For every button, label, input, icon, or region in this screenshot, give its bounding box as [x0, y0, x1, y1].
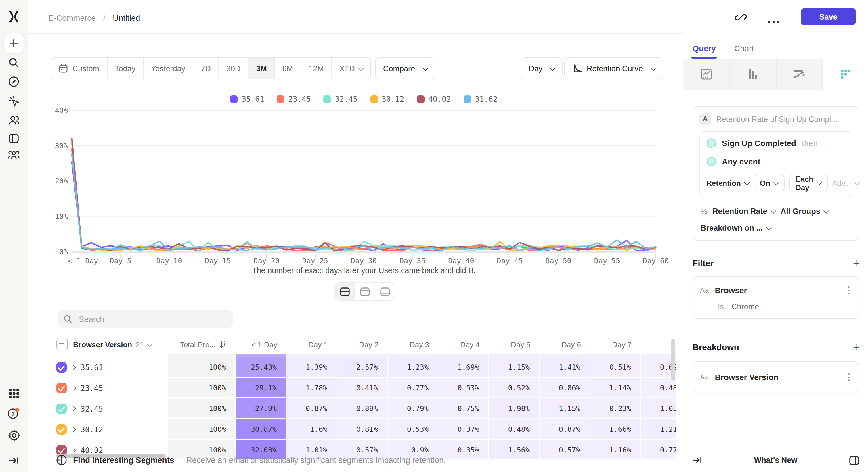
whats-new-link[interactable]: What's New — [702, 456, 849, 465]
expand-row-icon[interactable] — [71, 427, 76, 432]
panel-tab-query[interactable]: Query — [692, 44, 716, 59]
select-all-checkbox[interactable] — [56, 339, 68, 350]
panel-layout-icon[interactable] — [849, 456, 859, 465]
sort-icon[interactable] — [219, 340, 227, 349]
breakdown-card[interactable]: Aa Browser Version — [692, 361, 859, 393]
measure-dropdown[interactable]: Retention Rate — [712, 207, 775, 215]
save-button[interactable]: Save — [801, 8, 856, 25]
report-funnels-button[interactable] — [730, 59, 777, 90]
filter-card[interactable]: Aa Browser Is Chrome — [692, 276, 859, 319]
first-event-row[interactable]: Sign Up Completed then — [706, 138, 845, 148]
row-checkbox[interactable] — [56, 424, 67, 435]
group-column-header[interactable]: Browser Version 21 — [53, 335, 168, 354]
expand-row-icon[interactable] — [71, 365, 76, 370]
users-icon[interactable] — [7, 113, 21, 127]
breakdown-on-dropdown[interactable]: Breakdown on ... — [701, 224, 771, 232]
filter-property[interactable]: Browser — [715, 286, 840, 295]
day-column-header[interactable]: Day 4 — [438, 335, 489, 354]
collapse-panel-icon[interactable] — [692, 456, 702, 465]
filter-kebab-icon[interactable] — [845, 284, 852, 297]
day-column-header[interactable]: Day 5 — [489, 335, 539, 354]
search-icon[interactable] — [7, 56, 21, 70]
range-button-yesterday[interactable]: Yesterday — [144, 58, 193, 79]
table-row-30.12[interactable]: 30.12100%30.87%1.6%0.81%0.53%0.37%0.48%0… — [53, 419, 677, 440]
row-checkbox[interactable] — [56, 383, 67, 393]
more-options-icon[interactable] — [767, 15, 780, 26]
search-input[interactable] — [78, 314, 218, 324]
groups-dropdown[interactable]: All Groups — [781, 207, 828, 215]
help-icon[interactable]: ? — [7, 406, 21, 420]
row-name-cell[interactable]: 23.45 — [53, 378, 168, 398]
report-insights-button[interactable] — [683, 59, 730, 90]
row-name-cell[interactable]: 35.61 — [53, 357, 168, 378]
add-breakdown-button[interactable]: + — [853, 343, 859, 351]
cohorts-group-icon[interactable] — [7, 148, 21, 162]
compare-button[interactable]: Compare — [375, 58, 435, 79]
table-search[interactable] — [58, 310, 233, 328]
day-column-header[interactable]: Day 6 — [539, 335, 590, 354]
apps-grid-icon[interactable] — [7, 386, 21, 400]
report-title[interactable]: Untitled — [113, 13, 140, 23]
layout-chart-top-button[interactable] — [355, 283, 375, 300]
filter-operator[interactable]: Is — [718, 302, 724, 311]
range-button-custom[interactable]: Custom — [51, 58, 107, 79]
expand-row-icon[interactable] — [71, 448, 76, 453]
panel-tab-chart[interactable]: Chart — [734, 44, 754, 59]
legend-item-23.45[interactable]: 23.45 — [277, 95, 311, 103]
report-flows-button[interactable] — [776, 59, 823, 90]
day-column-header[interactable]: Day 2 — [337, 335, 388, 354]
granularity-dropdown[interactable]: Day — [521, 58, 563, 79]
legend-item-31.62[interactable]: 31.62 — [464, 95, 498, 103]
advanced-dropdown[interactable]: Adv... — [832, 179, 859, 188]
find-segments-bar[interactable]: Find Interesting Segments Receive an ema… — [56, 454, 446, 466]
day-column-header[interactable]: Day 7 — [590, 335, 641, 354]
expand-sidebar-icon[interactable] — [7, 453, 21, 467]
range-button-7d[interactable]: 7D — [193, 58, 219, 79]
row-name-cell[interactable]: 30.12 — [53, 419, 168, 440]
chart-type-dropdown[interactable]: Retention Curve — [564, 58, 663, 79]
range-button-30d[interactable]: 30D — [219, 58, 249, 79]
legend-item-40.02[interactable]: 40.02 — [417, 95, 451, 103]
add-filter-button[interactable]: + — [853, 259, 859, 267]
table-row-35.61[interactable]: 35.61100%25.43%1.39%2.57%1.23%1.69%1.15%… — [53, 357, 677, 378]
total-column-header[interactable]: Total Pro... — [168, 335, 236, 354]
day-column-header[interactable]: < 1 Day — [236, 335, 286, 354]
table-row-32.45[interactable]: 32.45100%27.9%0.87%0.89%0.79%0.75%1.98%1… — [53, 398, 677, 419]
discover-compass-icon[interactable] — [7, 75, 21, 89]
mixpanel-logo-icon[interactable] — [7, 10, 21, 24]
filter-value[interactable]: Chrome — [732, 302, 759, 311]
range-button-6m[interactable]: 6M — [275, 58, 302, 79]
breadcrumb-project[interactable]: E-Commerce — [48, 13, 96, 23]
on-dropdown[interactable]: On — [753, 175, 784, 192]
range-button-3m[interactable]: 3M — [248, 58, 275, 79]
metric-title[interactable]: Retention Rate of Sign Up Compl... — [716, 115, 838, 123]
row-name-cell[interactable]: 32.45 — [53, 398, 168, 419]
expand-row-icon[interactable] — [71, 406, 76, 411]
range-button-12m[interactable]: 12M — [301, 58, 332, 79]
legend-item-30.12[interactable]: 30.12 — [370, 95, 404, 103]
boards-icon[interactable] — [7, 132, 21, 145]
layout-chart-bottom-button[interactable] — [375, 283, 395, 300]
retention-type-dropdown[interactable]: Retention — [706, 179, 749, 188]
day-column-header[interactable]: Day 1 — [286, 335, 337, 354]
each-day-dropdown[interactable]: Each Day — [789, 175, 828, 192]
return-event-row[interactable]: Any event — [706, 156, 845, 167]
breakdown-property[interactable]: Browser Version — [715, 373, 840, 382]
legend-item-35.61[interactable]: 35.61 — [230, 95, 264, 103]
layout-split-button[interactable] — [335, 283, 355, 300]
events-cursor-icon[interactable] — [7, 94, 21, 108]
copy-link-icon[interactable] — [735, 11, 747, 26]
day-column-header[interactable]: Day 3 — [388, 335, 438, 354]
legend-item-32.45[interactable]: 32.45 — [323, 95, 358, 103]
row-checkbox[interactable] — [56, 404, 67, 414]
table-row-23.45[interactable]: 23.45100%29.1%1.78%0.41%0.77%0.53%0.52%0… — [53, 378, 677, 398]
breakdown-kebab-icon[interactable] — [845, 371, 852, 383]
row-checkbox[interactable] — [56, 362, 67, 373]
expand-row-icon[interactable] — [71, 386, 76, 391]
range-button-xtd[interactable]: XTD — [332, 58, 370, 79]
range-button-today[interactable]: Today — [107, 58, 144, 79]
report-retention-button[interactable] — [823, 59, 868, 90]
settings-gear-icon[interactable] — [7, 428, 21, 442]
create-button[interactable] — [3, 33, 24, 54]
table-vertical-scrollbar[interactable] — [671, 339, 675, 380]
